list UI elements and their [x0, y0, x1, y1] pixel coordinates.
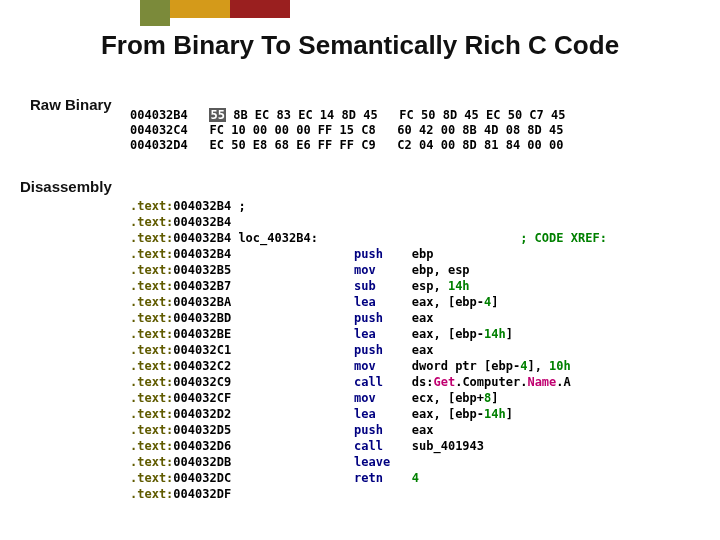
- label-disassembly: Disassembly: [20, 178, 112, 195]
- asm-row: .text:004032C2 mov dword ptr [ebp-4], 10…: [130, 358, 607, 374]
- disassembly-listing: .text:004032B4 ;.text:004032B4.text:0040…: [130, 198, 607, 502]
- asm-row: .text:004032B4 loc_4032B4: ; CODE XREF:: [130, 230, 607, 246]
- asm-row: .text:004032BA lea eax, [ebp-4]: [130, 294, 607, 310]
- hex-row: 004032C4 FC 10 00 00 00 FF 15 C8 60 42 0…: [130, 123, 566, 138]
- hex-row: 004032D4 EC 50 E8 68 E6 FF FF C9 C2 04 0…: [130, 138, 566, 153]
- asm-row: .text:004032DC retn 4: [130, 470, 607, 486]
- asm-row: .text:004032B4 ;: [130, 198, 607, 214]
- label-raw-binary: Raw Binary: [30, 96, 112, 113]
- asm-row: .text:004032D2 lea eax, [ebp-14h]: [130, 406, 607, 422]
- asm-row: .text:004032C1 push eax: [130, 342, 607, 358]
- asm-row: .text:004032DB leave: [130, 454, 607, 470]
- hex-dump: 004032B4 55 8B EC 83 EC 14 8D 45 FC 50 8…: [130, 108, 566, 153]
- asm-row: .text:004032B4: [130, 214, 607, 230]
- accent-seg-3: [230, 0, 290, 18]
- asm-row: .text:004032DF: [130, 486, 607, 502]
- asm-row: .text:004032BE lea eax, [ebp-14h]: [130, 326, 607, 342]
- asm-row: .text:004032D5 push eax: [130, 422, 607, 438]
- slide-title: From Binary To Semantically Rich C Code: [0, 30, 720, 61]
- asm-row: .text:004032B4 push ebp: [130, 246, 607, 262]
- asm-row: .text:004032B7 sub esp, 14h: [130, 278, 607, 294]
- asm-row: .text:004032D6 call sub_401943: [130, 438, 607, 454]
- asm-row: .text:004032C9 call ds:Get.Computer.Name…: [130, 374, 607, 390]
- accent-tab: [140, 18, 170, 26]
- accent-bar: [140, 0, 290, 18]
- asm-row: .text:004032B5 mov ebp, esp: [130, 262, 607, 278]
- accent-seg-1: [140, 0, 170, 18]
- asm-row: .text:004032CF mov ecx, [ebp+8]: [130, 390, 607, 406]
- hex-row: 004032B4 55 8B EC 83 EC 14 8D 45 FC 50 8…: [130, 108, 566, 123]
- asm-row: .text:004032BD push eax: [130, 310, 607, 326]
- accent-seg-2: [170, 0, 230, 18]
